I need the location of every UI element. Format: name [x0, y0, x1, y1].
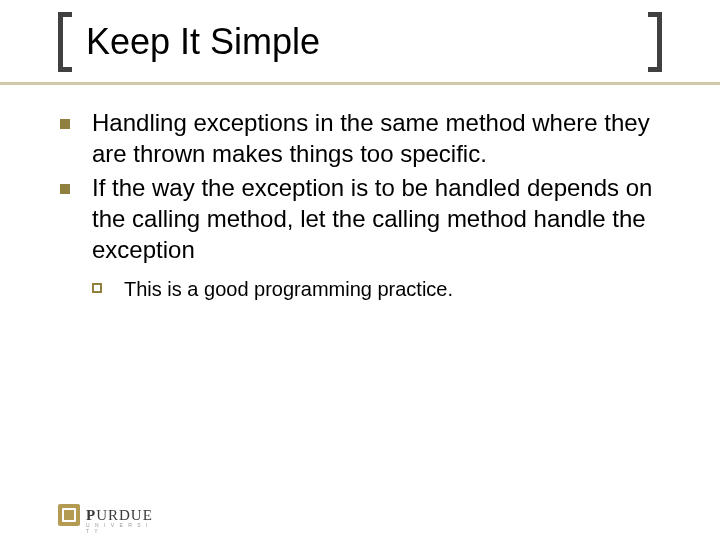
purdue-logo: PURDUE U N I V E R S I T Y	[58, 504, 153, 526]
logo-bold: P	[86, 507, 96, 523]
square-bullet-icon	[60, 119, 70, 129]
slide-title: Keep It Simple	[86, 21, 320, 63]
sub-bullet-text: This is a good programming practice.	[124, 276, 453, 302]
bullet-text: Handling exceptions in the same method w…	[92, 108, 670, 169]
logo-rest: URDUE	[96, 507, 153, 523]
logo-mark-icon	[58, 504, 80, 526]
bullet-item: Handling exceptions in the same method w…	[60, 108, 670, 169]
logo-wordmark: PURDUE	[86, 507, 153, 524]
content-area: Handling exceptions in the same method w…	[60, 108, 670, 302]
square-bullet-icon	[60, 184, 70, 194]
title-row: Keep It Simple	[58, 12, 662, 72]
bullet-item: If the way the exception is to be handle…	[60, 173, 670, 265]
bracket-left-icon	[58, 12, 72, 72]
sub-bullet-item: This is a good programming practice.	[92, 276, 670, 302]
bullet-text: If the way the exception is to be handle…	[92, 173, 670, 265]
hollow-square-bullet-icon	[92, 283, 102, 293]
logo-subtext: U N I V E R S I T Y	[86, 522, 153, 534]
bracket-right-icon	[648, 12, 662, 72]
divider	[0, 82, 720, 85]
